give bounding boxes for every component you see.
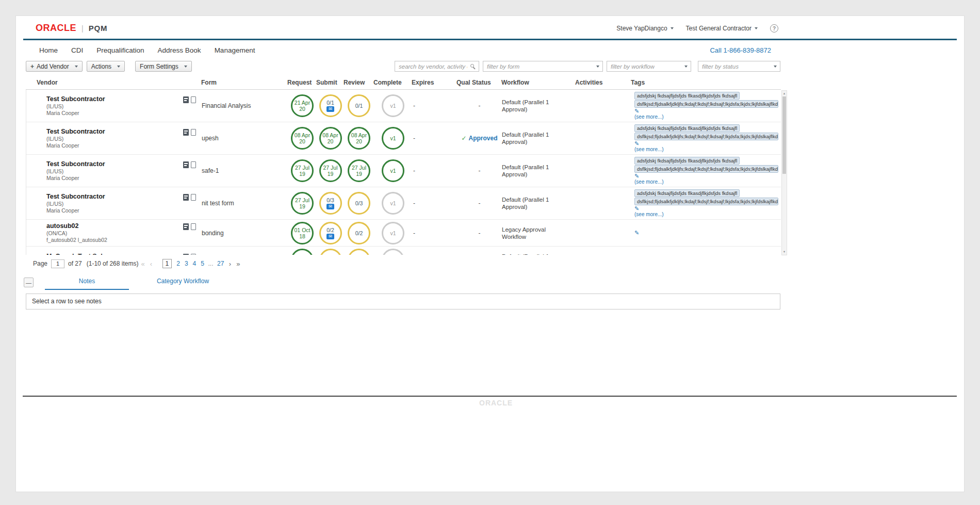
edit-tags-icon[interactable]: ✎ — [634, 173, 779, 179]
search-input[interactable] — [395, 62, 479, 72]
document-icon[interactable] — [191, 254, 196, 255]
column-header-expires[interactable]: Expires — [412, 79, 456, 86]
review-status-circle[interactable]: 0/2 — [348, 222, 370, 245]
filter-by-form-dropdown[interactable]: filter by form — [483, 61, 603, 72]
page-4-link[interactable]: 4 — [193, 260, 197, 267]
vendor-name-link[interactable]: Test Subcontractor — [46, 193, 183, 201]
column-header-qual-status[interactable]: Qual Status — [456, 79, 501, 86]
document-icon[interactable] — [191, 161, 196, 168]
scroll-up-icon[interactable]: ▲ — [782, 91, 787, 96]
report-icon[interactable] — [183, 129, 189, 136]
complete-status-circle[interactable]: v1 — [382, 159, 404, 182]
document-icon[interactable] — [191, 223, 196, 230]
org-menu[interactable]: Test General Contractor — [686, 25, 758, 32]
vendor-name-link[interactable]: Test Subcontractor — [46, 160, 183, 168]
see-more-link[interactable]: (see more...) — [634, 179, 779, 185]
user-menu[interactable]: Steve YapDiangco — [616, 25, 673, 32]
tab-notes[interactable]: Notes — [45, 278, 129, 290]
filter-by-workflow-dropdown[interactable]: filter by workflow — [607, 61, 691, 72]
column-header-tags[interactable]: Tags — [631, 79, 781, 86]
document-icon[interactable] — [191, 96, 196, 103]
filter-by-status-dropdown[interactable]: filter by status — [698, 61, 780, 72]
help-icon[interactable]: ? — [770, 24, 778, 32]
complete-status-circle[interactable]: v1 — [382, 94, 404, 117]
page-5-link[interactable]: 5 — [201, 260, 204, 267]
submit-status-circle[interactable]: 27 Jul19 — [319, 159, 342, 182]
edit-tags-icon[interactable]: ✎ — [634, 206, 779, 211]
column-header-form[interactable]: Form — [201, 79, 287, 86]
form-settings-button[interactable]: Form Settings — [135, 61, 192, 72]
submit-status-circle[interactable]: 0/1✉ — [319, 94, 342, 117]
table-row[interactable]: Test Subcontractor(IL/US)Maria Coopersaf… — [26, 155, 781, 187]
request-status-circle[interactable]: 31 Aug20 — [291, 249, 314, 255]
nav-item-cdi[interactable]: CDI — [71, 46, 83, 55]
submit-status-circle[interactable]: 0/3✉ — [319, 192, 342, 215]
complete-status-circle[interactable]: v1 — [382, 192, 404, 215]
scrollbar-thumb[interactable] — [782, 96, 786, 174]
review-status-circle[interactable]: 08 Apr20 — [348, 127, 370, 150]
column-header-vendor[interactable]: Vendor — [26, 79, 201, 86]
table-row[interactable]: Test Subcontractor(IL/US)Maria Coopernit… — [26, 187, 781, 220]
document-icon[interactable] — [191, 194, 196, 201]
table-row[interactable]: Test Subcontractor(IL/US)Maria Cooperupe… — [26, 122, 781, 155]
complete-status-circle[interactable]: v1 — [382, 249, 404, 255]
request-status-circle[interactable]: 27 Jul19 — [291, 192, 314, 215]
complete-status-circle[interactable]: v1 — [382, 222, 404, 245]
request-status-circle[interactable]: 01 Oct18 — [291, 222, 314, 245]
submit-status-circle[interactable]: 0/3✉ — [319, 249, 342, 255]
search-icon[interactable] — [470, 64, 474, 68]
review-status-circle[interactable]: 0/3 — [348, 249, 370, 255]
review-status-circle[interactable]: 0/3 — [348, 192, 370, 215]
page-27-link[interactable]: 27 — [217, 260, 224, 267]
table-scrollbar[interactable]: ▲ ▼ — [781, 90, 787, 255]
nav-item-home[interactable]: Home — [39, 46, 58, 55]
previous-page-button[interactable]: ‹ — [150, 260, 152, 268]
vendor-name-link[interactable]: Test Subcontractor — [46, 95, 183, 103]
add-vendor-button[interactable]: + Add Vendor — [26, 61, 83, 72]
page-number-input[interactable] — [51, 259, 64, 268]
page-3-link[interactable]: 3 — [185, 260, 188, 267]
scroll-down-icon[interactable]: ▼ — [782, 250, 787, 254]
page-2-link[interactable]: 2 — [176, 260, 180, 267]
report-icon[interactable] — [183, 96, 189, 103]
table-row[interactable]: McGough Test Sub(MN/US)test-31-231 Aug20… — [26, 247, 781, 255]
report-icon[interactable] — [183, 223, 189, 230]
document-icon[interactable] — [191, 129, 196, 136]
see-more-link[interactable]: (see more...) — [634, 114, 779, 120]
report-icon[interactable] — [183, 194, 189, 201]
next-page-button[interactable]: › — [229, 260, 231, 268]
see-more-link[interactable]: (see more...) — [634, 146, 779, 153]
column-header-review[interactable]: Review — [344, 79, 373, 86]
actions-button[interactable]: Actions — [87, 61, 125, 72]
collapse-panel-button[interactable]: — — [24, 278, 34, 287]
submit-status-circle[interactable]: 0/2✉ — [319, 222, 342, 245]
request-status-circle[interactable]: 27 Jul19 — [291, 159, 314, 182]
see-more-link[interactable]: (see more...) — [634, 211, 779, 218]
last-page-button[interactable]: » — [236, 260, 240, 268]
table-row[interactable]: Test Subcontractor(IL/US)Maria CooperFin… — [26, 90, 781, 122]
first-page-button[interactable]: « — [141, 260, 144, 268]
column-header-request[interactable]: Request — [287, 79, 316, 86]
column-header-submit[interactable]: Submit — [316, 79, 344, 86]
edit-tags-icon[interactable]: ✎ — [634, 141, 779, 146]
edit-tags-icon[interactable]: ✎ — [634, 108, 779, 114]
tab-category-workflow[interactable]: Category Workflow — [141, 278, 225, 289]
column-header-workflow[interactable]: Workflow — [501, 79, 575, 86]
vendor-name-link[interactable]: Test Subcontractor — [46, 128, 183, 136]
report-icon[interactable] — [183, 254, 189, 255]
nav-item-management[interactable]: Management — [215, 46, 255, 55]
request-status-circle[interactable]: 08 Apr20 — [291, 127, 314, 150]
request-status-circle[interactable]: 21 Apr20 — [291, 94, 314, 117]
complete-status-circle[interactable]: v1 — [382, 127, 404, 150]
review-status-circle[interactable]: 0/1 — [348, 94, 370, 117]
page-1-current[interactable]: 1 — [162, 259, 172, 268]
nav-item-prequalification[interactable]: Prequalification — [96, 46, 144, 55]
qual-status-link[interactable]: Approved — [469, 135, 498, 142]
vendor-name-link[interactable]: McGough Test Sub — [46, 253, 183, 255]
call-phone-link[interactable]: Call 1-866-839-8872 — [710, 46, 771, 54]
column-header-complete[interactable]: Complete — [373, 79, 412, 86]
review-status-circle[interactable]: 27 Jul19 — [348, 159, 370, 182]
table-row[interactable]: autosub02(ON/CA)f_autosub02 l_autosub02b… — [26, 220, 781, 247]
report-icon[interactable] — [183, 161, 189, 168]
edit-tags-icon[interactable]: ✎ — [634, 230, 779, 236]
